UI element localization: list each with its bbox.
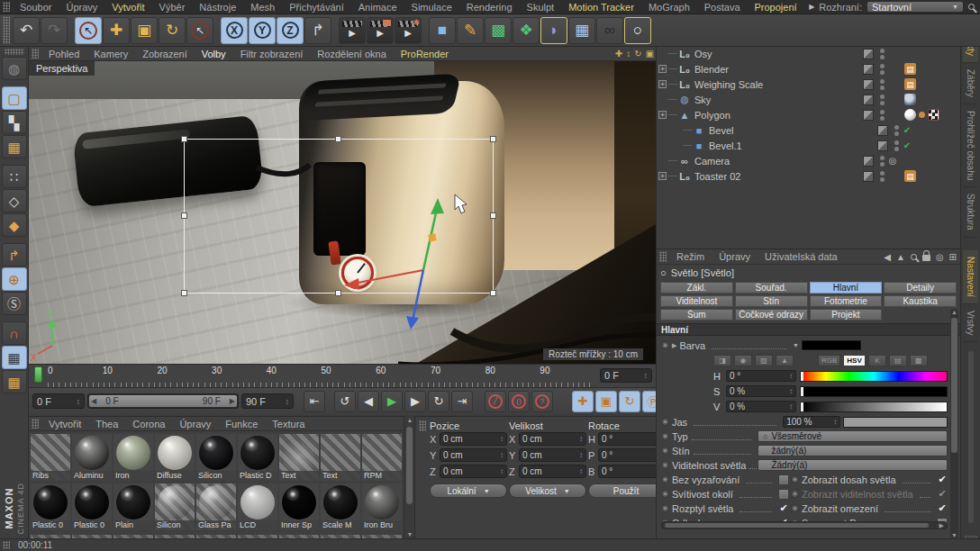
object-row[interactable]: ■ Bevel.1 ✔ bbox=[657, 138, 960, 153]
search-icon[interactable] bbox=[968, 4, 975, 10]
channel-gradient-slider[interactable] bbox=[800, 386, 948, 397]
visibility-dots[interactable] bbox=[892, 125, 901, 136]
animate-dot-icon[interactable] bbox=[661, 475, 669, 483]
rotate-tool-button[interactable]: ↻ bbox=[159, 17, 186, 44]
snap-workplane-button[interactable]: ▦ bbox=[2, 370, 27, 393]
lock-icon[interactable] bbox=[922, 255, 930, 261]
animate-dot-icon[interactable] bbox=[661, 490, 669, 498]
toggle-view-icon[interactable]: ▣ bbox=[646, 49, 654, 59]
scene-light-button[interactable]: ○ bbox=[624, 17, 651, 44]
object-row[interactable]: ■ Bevel ✔ bbox=[657, 122, 960, 138]
layout-tab[interactable]: Struktura bbox=[963, 187, 978, 238]
attribute-menu-item[interactable]: Uživatelská data bbox=[758, 250, 845, 263]
make-editable-button[interactable]: ◍ bbox=[2, 57, 27, 80]
layer-color-box[interactable] bbox=[877, 140, 888, 151]
expand-toggle[interactable] bbox=[658, 172, 667, 180]
viewport-menu-item[interactable]: Rozdělení okna bbox=[310, 48, 393, 60]
menu-overflow-icon[interactable]: ▶ bbox=[809, 3, 814, 11]
attribute-tab[interactable]: Kaustika bbox=[884, 295, 957, 307]
render-picture-viewer-button[interactable]: ▶ bbox=[367, 17, 394, 44]
expand-toggle[interactable] bbox=[658, 80, 667, 88]
channel-value-field[interactable]: 0 % bbox=[726, 385, 796, 397]
menu-item[interactable]: Přichytávání bbox=[282, 2, 351, 13]
array-mograph-button[interactable]: ❖ bbox=[513, 17, 540, 44]
animate-dot-icon[interactable] bbox=[661, 461, 669, 469]
position-field[interactable]: 0 cm bbox=[440, 465, 507, 478]
menu-item[interactable]: Nástroje bbox=[192, 2, 243, 13]
scale-tool-button[interactable]: ▣ bbox=[131, 17, 158, 44]
menu-item[interactable]: Výběr bbox=[152, 2, 193, 13]
material-tile[interactable]: Inner Sp bbox=[279, 483, 319, 530]
visibility-dots[interactable] bbox=[877, 110, 886, 121]
color-swatch[interactable] bbox=[802, 340, 861, 350]
position-field[interactable]: 0 cm bbox=[440, 448, 507, 462]
size-field[interactable]: 0 cm bbox=[519, 465, 586, 478]
tweak-mode-button[interactable]: ⊕ bbox=[2, 267, 27, 291]
uvw-tag[interactable] bbox=[928, 109, 939, 121]
subdivision-surface-button[interactable]: ▩ bbox=[485, 17, 512, 44]
object-row[interactable]: ◍ Sky bbox=[657, 92, 960, 107]
viewport-menu-grip[interactable] bbox=[32, 49, 39, 59]
object-label[interactable]: Blender bbox=[694, 64, 861, 75]
model-mode-button[interactable]: ▢ bbox=[2, 86, 27, 110]
material-scrollbar[interactable]: ▲ ▼ bbox=[404, 416, 414, 538]
menu-item[interactable]: Úpravy bbox=[59, 2, 104, 13]
color-mode-button[interactable]: ▤ bbox=[889, 355, 907, 366]
undo-button[interactable]: ↶ bbox=[13, 17, 40, 44]
scrollbar-thumb[interactable] bbox=[951, 318, 957, 453]
checkbox[interactable] bbox=[778, 474, 789, 485]
viewport-canvas[interactable]: Y X Perspektiva Rozteč mřížky : 10 cm bbox=[29, 61, 658, 364]
attribute-hscrollbar[interactable] bbox=[661, 521, 948, 529]
sky-texture-tag[interactable] bbox=[904, 94, 916, 105]
brightness-value-field[interactable]: 100 % bbox=[783, 416, 840, 428]
menu-item[interactable]: Mesh bbox=[243, 2, 282, 13]
material-tile[interactable]: Plastic 0 bbox=[31, 483, 70, 530]
goto-end-button[interactable]: ⇥ bbox=[451, 391, 473, 412]
scrollbar-thumb[interactable] bbox=[406, 427, 413, 504]
animate-dot-icon[interactable] bbox=[661, 447, 669, 455]
material-menu-item[interactable]: Corona bbox=[125, 418, 172, 430]
spectrum-icon[interactable]: ▨ bbox=[755, 355, 773, 366]
spline-pen-button[interactable]: ✎ bbox=[457, 17, 484, 44]
keyframe-rotation-button[interactable]: ↻ bbox=[619, 391, 640, 412]
material-tile[interactable]: Scale M bbox=[321, 483, 360, 530]
coordinate-space-dropdown[interactable]: Lokální▼ bbox=[430, 483, 507, 498]
annotation-tag[interactable]: ▤ bbox=[904, 63, 916, 75]
keyframe-selection-button[interactable]: ? bbox=[531, 391, 553, 412]
selection-bounding-box[interactable] bbox=[184, 139, 494, 294]
visibility-dots[interactable] bbox=[877, 49, 886, 59]
animate-dot-icon[interactable] bbox=[791, 475, 799, 483]
history-up-icon[interactable]: ▲ bbox=[896, 252, 905, 262]
object-row[interactable]: L₀ Osy bbox=[657, 46, 960, 61]
snap-button[interactable]: ∩ bbox=[2, 321, 27, 345]
timeline-frame-field[interactable]: 0 F bbox=[600, 368, 652, 383]
render-view-button[interactable]: ▶ bbox=[339, 17, 366, 44]
texture-tag[interactable] bbox=[904, 109, 916, 121]
object-row[interactable]: ▲ Polygon bbox=[657, 107, 960, 122]
attribute-tab[interactable]: Stín bbox=[735, 295, 808, 307]
camera-button[interactable]: ∞ bbox=[596, 17, 623, 44]
channel-gradient-slider[interactable] bbox=[800, 402, 948, 412]
visibility-dots[interactable] bbox=[877, 171, 886, 182]
last-tool-button[interactable]: ↖ bbox=[186, 17, 213, 44]
size-mode-dropdown[interactable]: Velikost▼ bbox=[509, 483, 586, 498]
timeline-playhead[interactable] bbox=[34, 366, 42, 383]
layout-tab[interactable]: Prohlížeč obsahu bbox=[963, 104, 978, 187]
history-back-icon[interactable]: ◀ bbox=[884, 252, 891, 262]
color-mode-button[interactable]: RGB bbox=[818, 355, 840, 366]
checkbox[interactable] bbox=[937, 503, 948, 514]
material-tile[interactable]: Text bbox=[321, 434, 360, 481]
color-mode-button[interactable]: HSV bbox=[843, 355, 865, 366]
bend-deformer-button[interactable]: ◗ bbox=[540, 17, 567, 44]
coordinates-grip[interactable] bbox=[419, 420, 426, 431]
target-icon[interactable]: ◎ bbox=[936, 252, 944, 262]
rotation-field[interactable]: 0 ° bbox=[598, 432, 664, 446]
next-frame-button[interactable]: ▶ bbox=[404, 391, 426, 412]
menu-item[interactable]: Animace bbox=[351, 2, 404, 13]
expand-toggle[interactable] bbox=[658, 111, 667, 119]
play-backwards-button[interactable]: ↺ bbox=[334, 391, 356, 412]
material-menu-item[interactable]: Funkce bbox=[218, 418, 265, 430]
annotation-tag[interactable]: ▤ bbox=[904, 170, 916, 182]
animate-dot-icon[interactable] bbox=[661, 504, 669, 512]
color-mode-button[interactable]: K bbox=[868, 355, 886, 366]
